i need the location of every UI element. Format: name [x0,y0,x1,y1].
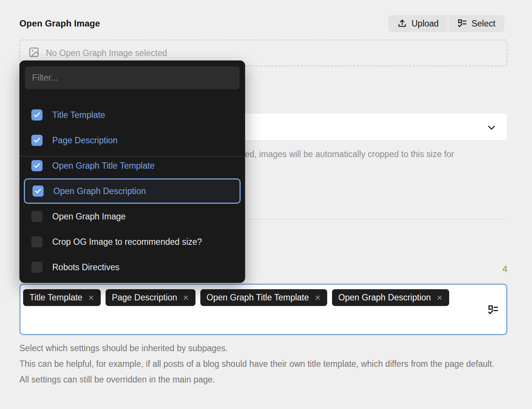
dropdown-option-label: Robots Directives [52,262,119,272]
tag-chip: Title Template ✕ [23,289,101,306]
checkbox-icon[interactable] [31,109,43,121]
dropdown-option[interactable]: Robots Directives [19,255,245,280]
checkbox-icon[interactable] [31,262,43,273]
dropdown-option[interactable]: Crop OG Image to recommended size? [19,229,245,255]
tag-label: Open Graph Title Template [207,293,309,303]
checkbox-icon[interactable] [31,236,43,247]
remove-tag-icon[interactable]: ✕ [88,294,94,302]
help-line-1: Select which settings should be inherite… [19,340,504,356]
selected-count-badge: 4 [503,264,507,274]
dropdown-options: Title Template Page Description Open Gra… [19,102,245,280]
dropdown-option[interactable]: Open Graph Description [24,178,241,204]
dropdown-option-label: Crop OG Image to recommended size? [52,237,202,247]
select-button[interactable]: Select [448,15,504,32]
checkbox-icon[interactable] [31,135,43,146]
dropdown-option-label: Open Graph Description [53,186,146,196]
upload-button-label: Upload [411,19,439,29]
dropdown-option-label: Open Graph Title Template [52,161,154,171]
chevron-down-icon [486,122,497,134]
remove-tag-icon[interactable]: ✕ [183,294,189,302]
tag-chip: Page Description ✕ [106,289,195,306]
dropdown-option-label: Title Template [52,110,105,120]
checkbox-icon[interactable] [32,185,44,197]
image-icon [28,47,40,59]
tag-chip: Open Graph Title Template ✕ [200,289,327,306]
open-picker-checklist-icon[interactable] [488,305,499,317]
tag-label: Page Description [112,293,177,303]
field-title: Open Graph Image [19,18,100,29]
size-select-helper-text: ed, images will be automatically cropped… [245,149,454,159]
tag-chip: Open Graph Description ✕ [332,289,449,306]
select-checklist-icon [457,19,467,28]
settings-filter-dropdown: Title Template Page Description Open Gra… [19,60,245,283]
upload-button[interactable]: Upload [388,15,448,32]
upload-icon [397,19,407,28]
asset-actions-button-group: Upload Select [388,15,504,32]
remove-tag-icon[interactable]: ✕ [314,294,321,302]
select-button-label: Select [472,19,495,29]
tag-label: Title Template [29,293,82,303]
field-help-text: Select which settings should be inherite… [19,340,504,387]
asset-placeholder-text: No Open Graph Image selected [46,48,167,58]
filter-input[interactable] [25,66,240,89]
dropdown-option[interactable]: Open Graph Image [19,204,245,229]
remove-tag-icon[interactable]: ✕ [436,294,443,302]
dropdown-option[interactable]: Open Graph Title Template [19,153,245,178]
dropdown-option[interactable]: Page Description [19,128,245,153]
tag-label: Open Graph Description [338,293,431,303]
dropdown-option-label: Page Description [52,135,118,146]
inherit-settings-tags-field[interactable]: Title Template ✕ Page Description ✕ Open… [19,284,507,335]
dropdown-option-label: Open Graph Image [52,212,126,222]
help-line-2: This can be helpful, for example, if all… [19,356,504,387]
checkbox-icon[interactable] [31,211,43,222]
checkbox-icon[interactable] [31,160,43,171]
dropdown-option[interactable]: Title Template [19,102,245,128]
open-graph-image-settings-panel: Open Graph Image Upload Sele [0,0,532,409]
